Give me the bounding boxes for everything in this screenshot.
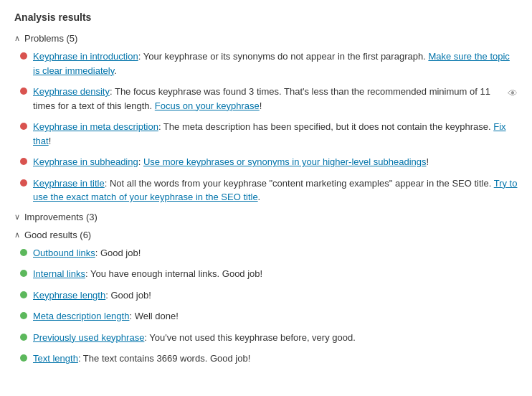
outbound-links-link[interactable]: Outbound links <box>33 248 95 258</box>
keyphrase-title-action[interactable]: Try to use the exact match of your keyph… <box>33 178 517 203</box>
green-dot <box>20 312 27 319</box>
list-item: Keyphrase density: The focus keyphrase w… <box>20 85 518 113</box>
list-item: Keyphrase in subheading: Use more keyphr… <box>20 155 518 169</box>
problem-text: Keyphrase in introduction: Your keyphras… <box>33 50 518 77</box>
list-item: Keyphrase in introduction: Your keyphras… <box>20 50 518 77</box>
list-item: Internal links: You have enough internal… <box>20 267 518 281</box>
internal-links-link[interactable]: Internal links <box>33 268 85 279</box>
page-container: Analysis results ∧ Problems (5) Keyphras… <box>14 11 518 366</box>
keyphrase-length-link[interactable]: Keyphrase length <box>33 290 105 301</box>
list-item: Meta description length: Well done! <box>20 309 518 324</box>
keyphrase-meta-link[interactable]: Keyphrase in meta description <box>33 121 158 132</box>
problem-text: Keyphrase in title: Not all the words fr… <box>33 176 518 204</box>
good-list: Outbound links: Good job! Internal links… <box>14 246 518 366</box>
problem-text: Keyphrase density: The focus keyphrase w… <box>33 85 503 113</box>
improvements-section: ∨ Improvements (3) <box>14 212 518 222</box>
list-item: Outbound links: Good job! <box>20 246 518 260</box>
keyphrase-intro-link[interactable]: Keyphrase in introduction <box>33 51 138 62</box>
good-text: Meta description length: Well done! <box>33 309 518 324</box>
problem-text: Keyphrase in subheading: Use more keyphr… <box>33 155 429 169</box>
red-dot <box>20 52 27 60</box>
red-dot <box>20 88 27 95</box>
list-item: Previously used keyphrase: You've not us… <box>20 331 518 345</box>
list-item: Text length: The text contains 3669 word… <box>20 352 518 366</box>
problems-chevron: ∧ <box>14 34 20 43</box>
good-text: Outbound links: Good job! <box>33 246 518 260</box>
green-dot <box>20 291 27 298</box>
good-section-header[interactable]: ∧ Good results (6) <box>14 230 518 240</box>
good-label: Good results (6) <box>24 230 91 240</box>
red-dot <box>20 158 27 165</box>
red-dot <box>20 123 27 130</box>
eye-icon[interactable]: 👁 <box>508 86 518 101</box>
improvements-chevron: ∨ <box>14 212 20 222</box>
good-text: Text length: The text contains 3669 word… <box>33 352 518 366</box>
list-item: Keyphrase in meta description: The meta … <box>20 120 518 148</box>
good-chevron: ∧ <box>14 230 20 240</box>
green-dot <box>20 249 27 256</box>
text-length-link[interactable]: Text length <box>33 353 78 364</box>
good-text: Internal links: You have enough internal… <box>33 267 518 281</box>
problem-text: Keyphrase in meta description: The meta … <box>33 120 518 148</box>
page-title: Analysis results <box>14 11 518 23</box>
keyphrase-title-link[interactable]: Keyphrase in title <box>33 178 105 189</box>
keyphrase-subheading-link[interactable]: Keyphrase in subheading <box>33 156 138 167</box>
list-item: Keyphrase length: Good job! <box>20 288 518 303</box>
keyphrase-density-action[interactable]: Focus on your keyphrase <box>155 100 260 111</box>
keyphrase-subheading-action[interactable]: Use more keyphrases or synonyms in your … <box>143 156 427 167</box>
green-dot <box>20 334 27 341</box>
good-section: ∧ Good results (6) Outbound links: Good … <box>14 230 518 366</box>
good-text: Keyphrase length: Good job! <box>33 288 518 303</box>
list-item: Keyphrase in title: Not all the words fr… <box>20 176 518 204</box>
improvements-label: Improvements (3) <box>24 212 98 222</box>
green-dot <box>20 270 27 277</box>
green-dot <box>20 354 27 362</box>
red-dot <box>20 179 27 187</box>
keyphrase-density-link[interactable]: Keyphrase density <box>33 86 110 97</box>
meta-desc-length-link[interactable]: Meta description length <box>33 311 129 321</box>
problems-section: ∧ Problems (5) Keyphrase in introduction… <box>14 33 518 204</box>
problems-list: Keyphrase in introduction: Your keyphras… <box>14 50 518 204</box>
problems-section-header[interactable]: ∧ Problems (5) <box>14 33 518 44</box>
good-text: Previously used keyphrase: You've not us… <box>33 331 518 345</box>
prev-keyphrase-link[interactable]: Previously used keyphrase <box>33 332 144 343</box>
problems-label: Problems (5) <box>24 33 77 44</box>
improvements-section-header[interactable]: ∨ Improvements (3) <box>14 212 518 222</box>
